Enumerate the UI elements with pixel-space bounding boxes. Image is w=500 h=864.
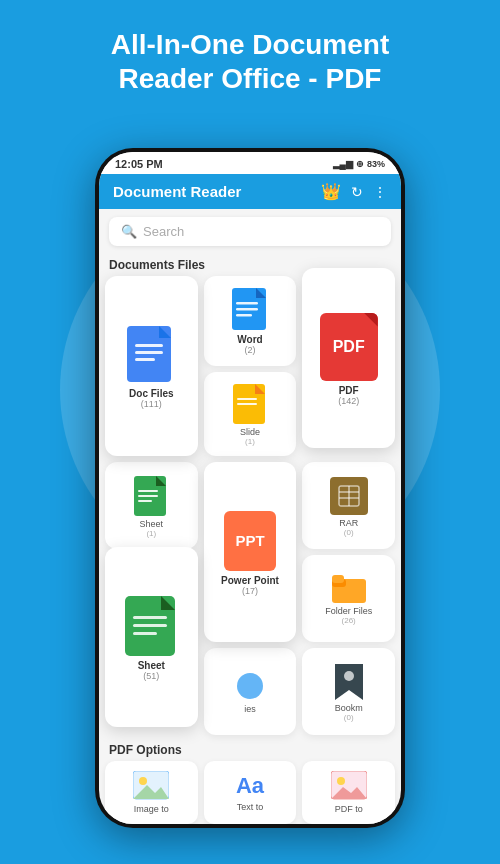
word-count: (2) — [244, 345, 255, 355]
svg-rect-17 — [138, 495, 158, 497]
pdf-to-card[interactable]: PDF to — [302, 761, 395, 824]
folder-count: (26) — [342, 616, 356, 625]
svg-marker-32 — [335, 664, 363, 700]
pdf-card[interactable]: PDF PDF (142) — [302, 268, 395, 448]
ppt-label: Power Point — [221, 575, 279, 586]
folder-label: Folder Files — [325, 606, 372, 616]
svg-rect-16 — [138, 490, 158, 492]
app-bar-icons: 👑 ↻ ⋮ — [321, 182, 387, 201]
rar-icon — [330, 477, 368, 515]
svg-rect-18 — [138, 500, 152, 502]
search-placeholder: Search — [143, 224, 184, 239]
text-to-card[interactable]: Aa Text to — [204, 761, 297, 824]
word-label: Word — [237, 334, 262, 345]
word-icon — [232, 288, 268, 330]
svg-rect-2 — [135, 344, 163, 347]
crown-icon[interactable]: 👑 — [321, 182, 341, 201]
status-time: 12:05 PM — [115, 158, 163, 170]
sheet-small-label: Sheet — [140, 519, 164, 529]
image-to-card[interactable]: Image to — [105, 761, 198, 824]
files-grid: Doc Files (111) Word (2) PDF — [99, 276, 401, 739]
pdf-options-grid: Image to Aa Text to PDF to — [99, 761, 401, 824]
phone-screen: 12:05 PM ▂▄▆ ⊕ 83% Document Reader 👑 ↻ ⋮… — [99, 152, 401, 824]
doc-files-count: (111) — [141, 399, 162, 409]
search-icon: 🔍 — [121, 224, 137, 239]
sheet-right-count: (51) — [143, 671, 159, 681]
app-bar: Document Reader 👑 ↻ ⋮ — [99, 174, 401, 209]
ies-label: ies — [244, 704, 256, 714]
svg-point-38 — [337, 777, 345, 785]
refresh-icon[interactable]: ↻ — [351, 184, 363, 200]
ppt-icon: PPT — [224, 511, 276, 571]
phone-frame: 12:05 PM ▂▄▆ ⊕ 83% Document Reader 👑 ↻ ⋮… — [95, 148, 405, 828]
ppt-card[interactable]: PPT Power Point (17) — [204, 462, 297, 642]
sheet-small-card[interactable]: Sheet (1) — [105, 462, 198, 549]
sheet-right-icon — [125, 596, 177, 656]
svg-rect-8 — [236, 308, 258, 311]
svg-rect-9 — [236, 314, 252, 317]
pdf-icon: PDF — [320, 313, 378, 381]
svg-rect-13 — [237, 403, 257, 405]
search-bar[interactable]: 🔍 Search — [109, 217, 391, 246]
pdf-to-icon — [331, 771, 367, 801]
bookmark-card[interactable]: Bookm (0) — [302, 648, 395, 735]
rar-count: (0) — [344, 528, 354, 537]
pdf-options-label: PDF Options — [99, 739, 401, 761]
svg-rect-7 — [236, 302, 258, 305]
signal-icon: ▂▄▆ — [333, 159, 353, 169]
svg-rect-30 — [332, 575, 344, 583]
bookmark-icon — [335, 664, 363, 700]
slide-card[interactable]: Slide (1) — [204, 372, 297, 457]
doc-files-label: Doc Files — [129, 388, 173, 399]
pdf-label: PDF — [339, 385, 359, 396]
doc-files-card[interactable]: Doc Files (111) — [105, 276, 198, 456]
image-to-icon — [133, 771, 169, 801]
svg-rect-4 — [135, 358, 155, 361]
sheet-small-icon — [134, 476, 168, 516]
app-title: Document Reader — [113, 183, 241, 200]
folder-icon — [332, 575, 366, 603]
svg-rect-3 — [135, 351, 163, 354]
bookmark-count: (0) — [344, 713, 354, 722]
ies-card[interactable]: ies — [204, 648, 297, 735]
svg-rect-12 — [237, 398, 257, 400]
bookmark-label: Bookm — [335, 703, 363, 713]
ies-icon — [235, 671, 265, 701]
svg-rect-27 — [133, 632, 157, 635]
rar-card[interactable]: RAR (0) — [302, 462, 395, 549]
folder-card[interactable]: Folder Files (26) — [302, 555, 395, 642]
svg-point-35 — [139, 777, 147, 785]
sheet-right-label: Sheet — [138, 660, 165, 671]
rar-label: RAR — [339, 518, 358, 528]
slide-icon — [233, 384, 267, 424]
svg-rect-25 — [133, 616, 167, 619]
sheet-small-count: (1) — [146, 529, 156, 538]
status-icons: ▂▄▆ ⊕ 83% — [333, 159, 385, 169]
pdf-count: (142) — [338, 396, 359, 406]
svg-point-31 — [237, 673, 263, 699]
slide-count: (1) — [245, 437, 255, 446]
image-to-label: Image to — [134, 804, 169, 814]
more-icon[interactable]: ⋮ — [373, 184, 387, 200]
text-to-icon: Aa — [236, 773, 264, 799]
ppt-count: (17) — [242, 586, 258, 596]
svg-rect-26 — [133, 624, 167, 627]
svg-point-33 — [344, 671, 354, 681]
word-card[interactable]: Word (2) — [204, 276, 297, 366]
pdf-to-label: PDF to — [335, 804, 363, 814]
sheet-right-card[interactable]: Sheet (51) — [105, 547, 198, 727]
doc-file-icon — [127, 326, 175, 384]
text-to-label: Text to — [237, 802, 264, 812]
slide-label: Slide — [240, 427, 260, 437]
battery-icon: 83% — [367, 159, 385, 169]
wifi-icon: ⊕ — [356, 159, 364, 169]
app-header: All-In-One DocumentReader Office - PDF — [0, 0, 500, 115]
status-bar: 12:05 PM ▂▄▆ ⊕ 83% — [99, 152, 401, 174]
